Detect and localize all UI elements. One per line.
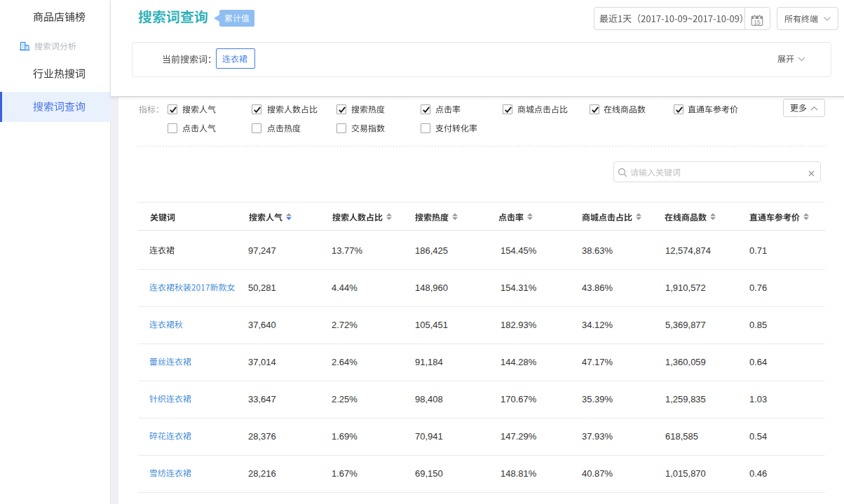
svg-text:15: 15	[754, 19, 761, 26]
